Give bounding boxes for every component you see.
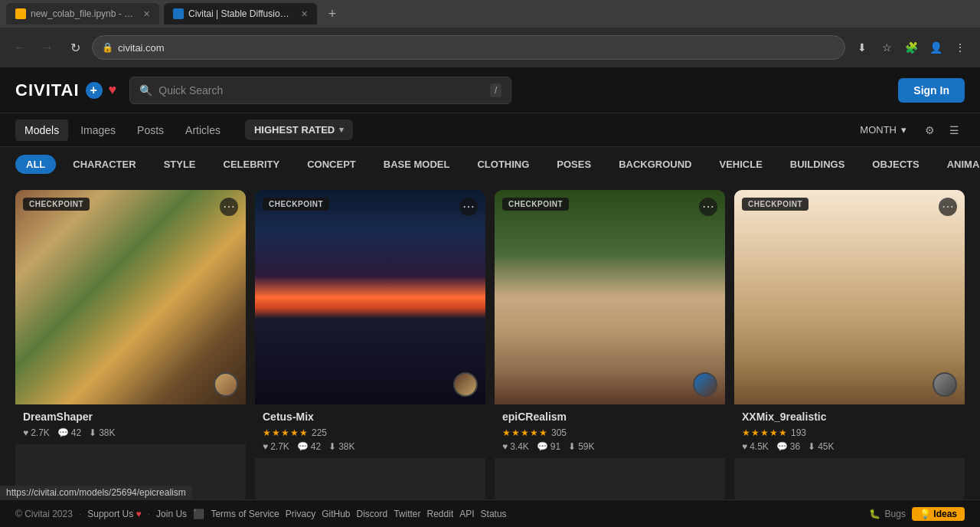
tab-civitai-close[interactable]: ✕: [301, 9, 308, 19]
cat-concept[interactable]: CONCEPT: [296, 155, 367, 174]
epic-menu-button[interactable]: ⋯: [699, 198, 717, 216]
bugs-label: Bugs: [885, 509, 906, 519]
extensions-button[interactable]: 🧩: [900, 37, 922, 58]
cetus-card-info: Cetus-Mix ★★★★★ 225 ♥ 2.7K 💬 42 ⬇: [255, 404, 485, 458]
browser-chrome: new_colab_file.ipynb - Colabora... ✕ Civ…: [0, 0, 980, 67]
xxmix-card-info: XXMix_9realistic ★★★★★ 193 ♥ 4.5K 💬 36: [734, 404, 965, 458]
colab-favicon: [15, 8, 26, 19]
logo-plus-button[interactable]: +: [86, 82, 103, 99]
xxmix-title: XXMix_9realistic: [742, 411, 957, 423]
card-image-xxmix: CHECKPOINT ⋯: [734, 190, 965, 404]
back-button[interactable]: ←: [9, 37, 31, 58]
bookmark-button[interactable]: ☆: [876, 37, 897, 58]
xxmix-stars: ★★★★★ 193: [742, 427, 957, 438]
browser-nav-bar: ← → ↻ 🔒 civitai.com ⬇ ☆ 🧩 👤 ⋮: [0, 28, 980, 67]
footer-ideas-button[interactable]: 💡 Ideas: [912, 507, 965, 521]
period-filter[interactable]: MONTH ▾: [860, 124, 906, 136]
search-bar[interactable]: 🔍 Quick Search /: [129, 77, 511, 104]
ideas-label: Ideas: [933, 509, 957, 519]
tab-civitai[interactable]: Civitai | Stable Diffusion models... ✕: [164, 3, 317, 25]
lock-icon: 🔒: [102, 42, 113, 53]
cat-poses[interactable]: POSES: [546, 155, 602, 174]
profile-button[interactable]: 👤: [925, 37, 946, 58]
model-card-cetus[interactable]: CHECKPOINT ⋯ Cetus-Mix ★★★★★ 225 ♥ 2.7K …: [255, 190, 485, 502]
model-card-epic[interactable]: CHECKPOINT ⋯ epiCRealism ★★★★★ 305 ♥ 3.4…: [495, 190, 725, 502]
footer-join[interactable]: Join Us: [156, 509, 187, 519]
cat-character[interactable]: CHARACTER: [62, 155, 146, 174]
footer-status[interactable]: Status: [481, 509, 507, 519]
footer-support[interactable]: Support Us ♥: [87, 509, 142, 519]
dreamshapers-likes: ♥ 2.7K: [23, 427, 50, 438]
comment-icon: 💬: [537, 441, 548, 452]
filter-icon-button[interactable]: ⚙: [919, 119, 940, 141]
cat-style[interactable]: STYLE: [153, 155, 207, 174]
sort-filter-button[interactable]: HIGHEST RATED ▾: [245, 119, 353, 140]
menu-button[interactable]: ⋮: [949, 37, 971, 58]
footer-github[interactable]: GitHub: [322, 509, 350, 519]
comment-icon: 💬: [57, 427, 69, 438]
epic-card-info: epiCRealism ★★★★★ 305 ♥ 3.4K 💬 91 ⬇: [495, 404, 725, 458]
cetus-menu-button[interactable]: ⋯: [459, 198, 478, 216]
xxmix-menu-button[interactable]: ⋯: [939, 198, 957, 216]
cat-base-model[interactable]: BASE MODEL: [373, 155, 461, 174]
heart-icon: ♥: [23, 427, 28, 438]
footer-discord[interactable]: Discord: [357, 509, 388, 519]
footer-tos[interactable]: Terms of Service: [211, 509, 279, 519]
period-label: MONTH: [860, 124, 897, 136]
cetus-image: [255, 190, 485, 404]
footer-bugs-button[interactable]: 🐛 Bugs: [869, 509, 906, 519]
cetus-avatar: [453, 372, 478, 397]
nav-tabs: Models Images Posts Articles HIGHEST RAT…: [0, 113, 980, 147]
tab-images[interactable]: Images: [71, 119, 125, 141]
logo-heart-icon[interactable]: ♥: [109, 82, 118, 98]
cat-clothing[interactable]: CLOTHING: [466, 155, 540, 174]
epic-stars: ★★★★★ 305: [502, 427, 717, 438]
tab-models[interactable]: Models: [15, 119, 68, 141]
browser-tab-bar: new_colab_file.ipynb - Colabora... ✕ Civ…: [0, 0, 980, 28]
cetus-likes: ♥ 2.7K: [263, 441, 289, 452]
cat-objects[interactable]: OBJECTS: [861, 155, 929, 174]
footer-privacy[interactable]: Privacy: [286, 509, 315, 519]
download-button[interactable]: ⬇: [851, 37, 873, 58]
sign-in-button[interactable]: Sign In: [898, 78, 965, 103]
tab-colab[interactable]: new_colab_file.ipynb - Colabora... ✕: [6, 3, 159, 25]
cat-background[interactable]: BACKGROUND: [608, 155, 702, 174]
address-bar[interactable]: 🔒 civitai.com: [92, 35, 845, 60]
logo[interactable]: CIVITAI + ♥: [15, 80, 117, 100]
dreamshapers-image: [15, 190, 246, 404]
grid-layout-button[interactable]: ☰: [943, 119, 965, 141]
tab-articles[interactable]: Articles: [176, 119, 230, 141]
tab-posts[interactable]: Posts: [128, 119, 173, 141]
model-card-dreamshapers[interactable]: CHECKPOINT ⋯ DreamShaper ♥ 2.7K 💬 42: [15, 190, 246, 502]
dreamshapers-menu-button[interactable]: ⋯: [220, 198, 238, 216]
dreamshapers-downloads: ⬇ 38K: [89, 427, 115, 438]
download-icon: ⬇: [89, 427, 96, 438]
epic-likes: ♥ 3.4K: [502, 441, 529, 452]
cat-vehicle[interactable]: VEHICLE: [708, 155, 773, 174]
xxmix-image: [734, 190, 965, 404]
sort-filter-chevron-icon: ▾: [339, 125, 344, 135]
model-card-xxmix[interactable]: CHECKPOINT ⋯ XXMix_9realistic ★★★★★ 193 …: [734, 190, 965, 502]
cat-buildings[interactable]: BUILDINGS: [779, 155, 856, 174]
heart-icon: ♥: [742, 441, 747, 452]
cat-celebrity[interactable]: CELEBRITY: [213, 155, 291, 174]
cat-animal[interactable]: ANIMAL: [936, 155, 980, 174]
footer-twitter[interactable]: Twitter: [394, 509, 420, 519]
forward-button[interactable]: →: [37, 37, 58, 58]
footer-reddit[interactable]: Reddit: [427, 509, 454, 519]
new-tab-button[interactable]: +: [322, 3, 343, 25]
tab-civitai-label: Civitai | Stable Diffusion models...: [188, 8, 293, 19]
search-shortcut: /: [490, 83, 501, 97]
reload-button[interactable]: ↻: [64, 37, 86, 58]
epic-comments: 💬 91: [537, 441, 560, 452]
search-placeholder: Quick Search: [158, 84, 223, 97]
download-icon: ⬇: [568, 441, 576, 452]
dreamshapers-avatar: [214, 372, 238, 397]
app-header: CIVITAI + ♥ 🔍 Quick Search / Sign In: [0, 67, 980, 113]
dreamshapers-stats: ♥ 2.7K 💬 42 ⬇ 38K: [23, 427, 238, 438]
cat-all[interactable]: ALL: [15, 155, 56, 174]
cetus-downloads: ⬇ 38K: [328, 441, 354, 452]
tab-colab-close[interactable]: ✕: [143, 9, 150, 19]
footer-api[interactable]: API: [459, 509, 474, 519]
footer-heart-icon: ♥: [136, 509, 142, 519]
